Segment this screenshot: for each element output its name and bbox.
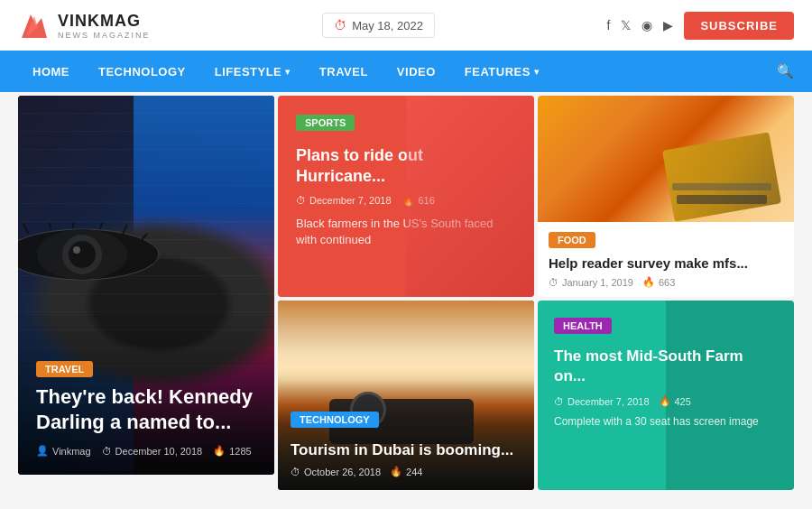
chevron-down-icon: ▾ bbox=[534, 67, 540, 77]
featured-date: ⏱ December 10, 2018 bbox=[102, 446, 203, 457]
flame-icon: 🔥 bbox=[213, 445, 226, 457]
sports-date: ⏱ December 7, 2018 bbox=[296, 195, 392, 206]
featured-views: 🔥 1285 bbox=[213, 445, 251, 457]
featured-author: 👤 Vinkmag bbox=[36, 445, 91, 457]
svg-point-6 bbox=[73, 246, 80, 254]
health-date: ⏱ December 7, 2018 bbox=[554, 396, 650, 407]
user-icon: 👤 bbox=[36, 445, 49, 457]
clock-icon: ⏱ bbox=[296, 195, 306, 206]
sports-card[interactable]: SPORTS Plans to ride out Hurricane... ⏱ … bbox=[278, 96, 534, 297]
technology-card-overlay: TECHNOLOGY Tourism in Dubai is booming..… bbox=[278, 375, 534, 490]
nav-item-travel[interactable]: TRAVEL bbox=[305, 52, 383, 91]
logo-icon bbox=[18, 9, 51, 42]
food-views: 🔥 663 bbox=[642, 276, 675, 288]
svg-line-12 bbox=[123, 225, 127, 234]
featured-card-overlay: TRAVEL They're back! Kennedy Darling a n… bbox=[18, 306, 274, 475]
featured-card-title: They're back! Kennedy Darling a named to… bbox=[36, 384, 256, 436]
logo-text: VINKMAG NEWS MAGAZINE bbox=[58, 12, 151, 40]
search-icon[interactable]: 🔍 bbox=[777, 51, 794, 92]
clock-icon: ⏱ bbox=[291, 467, 300, 477]
food-card-meta: ⏱ January 1, 2019 🔥 663 bbox=[549, 276, 783, 288]
clock-icon: ⏱ bbox=[554, 396, 564, 407]
nav-item-technology[interactable]: TECHNOLOGY bbox=[84, 52, 200, 91]
svg-line-11 bbox=[100, 223, 103, 229]
health-card-title: The most Mid-South Farm on... bbox=[554, 347, 778, 386]
svg-point-5 bbox=[69, 241, 96, 268]
eye-graphic bbox=[18, 223, 163, 286]
food-card[interactable]: FOOD Help reader survey make mfs... ⏱ Ja… bbox=[538, 96, 794, 297]
chevron-down-icon: ▾ bbox=[285, 67, 291, 77]
sports-category-badge[interactable]: SPORTS bbox=[296, 115, 355, 131]
nav-item-features[interactable]: FEATURES ▾ bbox=[450, 52, 554, 91]
logo-subtitle: NEWS MAGAZINE bbox=[58, 31, 151, 40]
twitter-icon[interactable]: 𝕏 bbox=[621, 18, 631, 32]
logo-title: VINKMAG bbox=[58, 12, 151, 31]
main-nav: HOME TECHNOLOGY LIFESTYLE ▾ TRAVEL VIDEO… bbox=[0, 51, 812, 92]
featured-card-meta: 👤 Vinkmag ⏱ December 10, 2018 🔥 1285 bbox=[36, 445, 256, 457]
subscribe-button[interactable]: SUBSCRIBE bbox=[684, 12, 794, 40]
featured-category-badge[interactable]: TRAVEL bbox=[36, 361, 93, 377]
nav-item-video[interactable]: VIDEO bbox=[383, 52, 450, 91]
food-card-content: FOOD Help reader survey make mfs... ⏱ Ja… bbox=[538, 222, 794, 297]
technology-category-badge[interactable]: TECHNOLOGY bbox=[291, 412, 379, 428]
sports-card-bg bbox=[406, 96, 534, 297]
current-date: May 18, 2022 bbox=[352, 19, 423, 32]
food-card-title: Help reader survey make mfs... bbox=[549, 255, 783, 271]
food-photo-bg bbox=[538, 96, 794, 222]
technology-card[interactable]: TECHNOLOGY Tourism in Dubai is booming..… bbox=[278, 301, 534, 490]
food-date: ⏱ January 1, 2019 bbox=[549, 277, 633, 288]
technology-card-meta: ⏱ October 26, 2018 🔥 244 bbox=[291, 466, 521, 477]
featured-card[interactable]: TRAVEL They're back! Kennedy Darling a n… bbox=[18, 96, 274, 475]
health-views: 🔥 425 bbox=[659, 395, 691, 407]
calendar-icon: ⏱ bbox=[102, 446, 112, 457]
health-category-badge[interactable]: HEALTH bbox=[554, 318, 612, 334]
social-links: f 𝕏 ◉ ▶ SUBSCRIBE bbox=[607, 12, 794, 40]
nav-item-lifestyle[interactable]: LIFESTYLE ▾ bbox=[200, 52, 305, 91]
health-card[interactable]: HEALTH The most Mid-South Farm on... ⏱ D… bbox=[538, 301, 794, 490]
technology-views: 🔥 244 bbox=[390, 466, 422, 477]
nav-list: HOME TECHNOLOGY LIFESTYLE ▾ TRAVEL VIDEO… bbox=[18, 52, 777, 91]
technology-date: ⏱ October 26, 2018 bbox=[291, 467, 381, 477]
flame-icon: 🔥 bbox=[659, 395, 671, 407]
food-category-badge[interactable]: FOOD bbox=[549, 232, 595, 248]
health-card-meta: ⏱ December 7, 2018 🔥 425 bbox=[554, 395, 778, 407]
health-card-description: Complete with a 30 seat has screen image bbox=[554, 414, 778, 430]
flame-icon: 🔥 bbox=[642, 276, 655, 288]
clock-icon: ⏱ bbox=[549, 277, 558, 288]
nav-item-home[interactable]: HOME bbox=[18, 52, 84, 91]
facebook-icon[interactable]: f bbox=[607, 18, 611, 32]
main-content-grid: TRAVEL They're back! Kennedy Darling a n… bbox=[0, 92, 812, 508]
date-display: ⏱ May 18, 2022 bbox=[322, 13, 435, 38]
svg-line-8 bbox=[23, 223, 28, 234]
logo[interactable]: VINKMAG NEWS MAGAZINE bbox=[18, 9, 151, 42]
technology-card-title: Tourism in Dubai is booming... bbox=[291, 440, 521, 460]
site-header: VINKMAG NEWS MAGAZINE ⏱ May 18, 2022 f 𝕏… bbox=[0, 0, 812, 51]
youtube-icon[interactable]: ▶ bbox=[663, 18, 673, 32]
clock-icon: ⏱ bbox=[334, 18, 346, 32]
svg-line-9 bbox=[49, 223, 51, 229]
instagram-icon[interactable]: ◉ bbox=[641, 18, 652, 32]
flame-icon: 🔥 bbox=[390, 466, 402, 477]
